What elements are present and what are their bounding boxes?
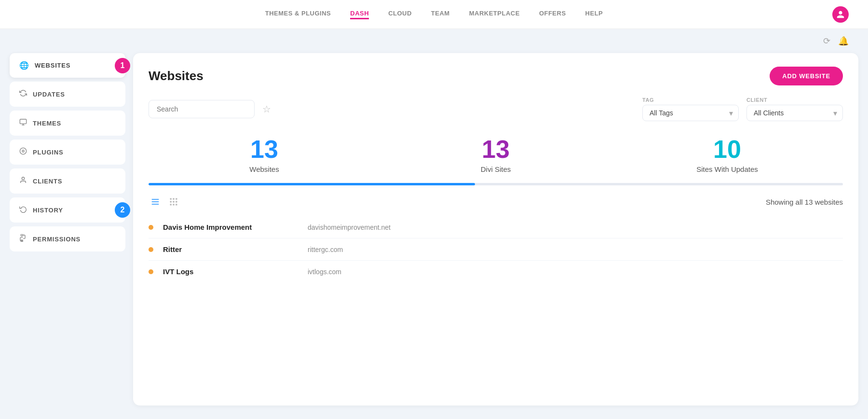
website-name: Davis Home Improvement [163, 223, 298, 231]
sidebar-item-history[interactable]: HISTORY 2 [10, 197, 125, 223]
main-layout: 🌐 WEBSITES 1 UPDATES THEMES PLUGINS [0, 53, 868, 415]
history-icon [19, 205, 27, 215]
filters-row: ☆ TAG All Tags CLIENT All Clients [149, 97, 843, 121]
svg-rect-18 [173, 204, 174, 205]
permissions-icon [19, 234, 27, 244]
content-header: Websites ADD WEBSITE [149, 67, 843, 85]
sidebar-label-updates: UPDATES [33, 91, 65, 98]
sidebar-item-themes[interactable]: THEMES [10, 111, 125, 136]
svg-rect-17 [170, 204, 172, 205]
plugins-icon [19, 147, 27, 157]
stat-divi: 13 Divi Sites [380, 136, 611, 173]
client-label: CLIENT [746, 97, 843, 103]
stat-divi-value: 13 [380, 136, 611, 163]
client-select[interactable]: All Clients [746, 105, 843, 121]
stat-websites: 13 Websites [149, 136, 380, 173]
sidebar-item-plugins[interactable]: PLUGINS [10, 140, 125, 165]
stat-updates: 10 Sites With Updates [611, 136, 843, 173]
svg-rect-10 [152, 204, 159, 205]
clients-icon [19, 176, 27, 186]
stat-websites-value: 13 [149, 136, 380, 163]
client-select-wrapper: All Clients [746, 105, 843, 121]
stat-updates-label: Sites With Updates [611, 165, 843, 173]
website-row[interactable]: IVT Logs ivtlogs.com [149, 261, 843, 282]
tag-label: TAG [642, 97, 739, 103]
websites-badge: 1 [115, 58, 130, 73]
website-row[interactable]: Ritter rittergc.com [149, 238, 843, 261]
star-icon[interactable]: ☆ [262, 103, 271, 115]
svg-rect-16 [176, 201, 177, 203]
grid-view-button[interactable] [167, 195, 180, 209]
view-toggle [149, 195, 180, 209]
nav-offers[interactable]: OFFERS [539, 10, 566, 19]
stats-row: 13 Websites 13 Divi Sites 10 Sites With … [149, 136, 843, 173]
stat-updates-value: 10 [611, 136, 843, 163]
website-name: Ritter [163, 245, 298, 253]
content-area: Websites ADD WEBSITE ☆ TAG All Tags CLIE… [133, 53, 858, 405]
status-dot [149, 247, 153, 252]
toolbar-row: ⟳ 🔔 [0, 29, 868, 53]
progress-bar [149, 183, 843, 185]
sidebar-label-clients: CLIENTS [33, 178, 62, 185]
sidebar-label-history: HISTORY [33, 207, 63, 214]
svg-rect-19 [176, 204, 177, 205]
website-list: Davis Home Improvement davishomeimprovem… [149, 216, 843, 282]
svg-rect-13 [176, 198, 177, 200]
page-title: Websites [149, 69, 203, 84]
svg-rect-8 [152, 199, 159, 200]
website-name: IVT Logs [163, 267, 298, 276]
progress-bar-fill [149, 183, 475, 185]
svg-point-7 [21, 234, 23, 236]
sidebar-label-plugins: PLUGINS [33, 149, 63, 156]
tag-select-wrapper: All Tags [642, 105, 739, 121]
sidebar-label-permissions: PERMISSIONS [33, 236, 81, 243]
sidebar-item-clients[interactable]: CLIENTS [10, 168, 125, 194]
client-filter-group: CLIENT All Clients [746, 97, 843, 121]
status-dot [149, 269, 153, 274]
sidebar-item-permissions[interactable]: PERMISSIONS [10, 226, 125, 251]
nav-links: THEMES & PLUGINS DASH CLOUD TEAM MARKETP… [265, 10, 603, 19]
nav-dash[interactable]: DASH [350, 10, 369, 19]
nav-marketplace[interactable]: MARKETPLACE [469, 10, 520, 19]
sidebar: 🌐 WEBSITES 1 UPDATES THEMES PLUGINS [10, 53, 125, 405]
svg-point-3 [20, 148, 26, 154]
svg-point-5 [22, 177, 24, 180]
website-url: ivtlogs.com [308, 268, 341, 276]
svg-rect-15 [173, 201, 174, 203]
stat-divi-label: Divi Sites [380, 165, 611, 173]
sidebar-label-themes: THEMES [33, 120, 61, 127]
sidebar-label-websites: WEBSITES [35, 62, 70, 69]
website-url: rittergc.com [308, 246, 343, 253]
stat-websites-label: Websites [149, 165, 380, 173]
themes-icon [19, 118, 27, 128]
svg-point-4 [22, 150, 24, 152]
website-row[interactable]: Davis Home Improvement davishomeimprovem… [149, 216, 843, 238]
updates-icon [19, 89, 27, 99]
showing-count: Showing all 13 websites [766, 198, 843, 206]
add-website-button[interactable]: ADD WEBSITE [770, 67, 843, 85]
svg-rect-12 [173, 198, 174, 200]
list-controls: Showing all 13 websites [149, 195, 843, 209]
tag-filter-group: TAG All Tags [642, 97, 739, 121]
svg-rect-0 [20, 119, 26, 124]
globe-icon: 🌐 [19, 61, 29, 70]
nav-themes-plugins[interactable]: THEMES & PLUGINS [265, 10, 331, 19]
history-badge: 2 [115, 202, 130, 218]
refresh-icon[interactable]: ⟳ [823, 36, 830, 46]
search-input[interactable] [149, 100, 255, 118]
website-url: davishomeimprovement.net [308, 223, 391, 231]
tag-select[interactable]: All Tags [642, 105, 739, 121]
nav-help[interactable]: HELP [585, 10, 603, 19]
sidebar-item-websites[interactable]: 🌐 WEBSITES 1 [10, 53, 125, 78]
list-view-button[interactable] [149, 195, 162, 209]
nav-cloud[interactable]: CLOUD [388, 10, 412, 19]
sidebar-item-updates[interactable]: UPDATES [10, 82, 125, 107]
svg-rect-9 [152, 201, 159, 202]
user-avatar[interactable] [832, 6, 849, 23]
svg-rect-14 [170, 201, 172, 203]
nav-team[interactable]: TEAM [431, 10, 450, 19]
top-nav: THEMES & PLUGINS DASH CLOUD TEAM MARKETP… [0, 0, 868, 29]
svg-rect-11 [170, 198, 172, 200]
status-dot [149, 225, 153, 230]
bell-icon[interactable]: 🔔 [838, 36, 849, 46]
